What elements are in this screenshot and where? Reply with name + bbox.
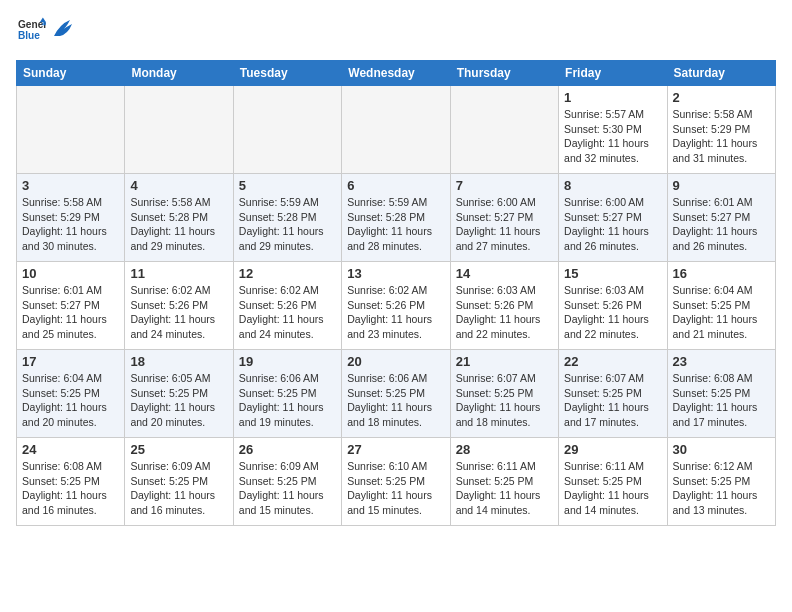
calendar-cell: 19Sunrise: 6:06 AMSunset: 5:25 PMDayligh… bbox=[233, 350, 341, 438]
day-info: Sunrise: 6:00 AMSunset: 5:27 PMDaylight:… bbox=[564, 195, 661, 254]
calendar-week-row: 3Sunrise: 5:58 AMSunset: 5:29 PMDaylight… bbox=[17, 174, 776, 262]
calendar-cell: 9Sunrise: 6:01 AMSunset: 5:27 PMDaylight… bbox=[667, 174, 775, 262]
day-info: Sunrise: 6:08 AMSunset: 5:25 PMDaylight:… bbox=[673, 371, 770, 430]
calendar-cell: 14Sunrise: 6:03 AMSunset: 5:26 PMDayligh… bbox=[450, 262, 558, 350]
day-number: 1 bbox=[564, 90, 661, 105]
calendar-cell: 27Sunrise: 6:10 AMSunset: 5:25 PMDayligh… bbox=[342, 438, 450, 526]
day-info: Sunrise: 6:03 AMSunset: 5:26 PMDaylight:… bbox=[456, 283, 553, 342]
calendar-week-row: 10Sunrise: 6:01 AMSunset: 5:27 PMDayligh… bbox=[17, 262, 776, 350]
day-info: Sunrise: 6:08 AMSunset: 5:25 PMDaylight:… bbox=[22, 459, 119, 518]
logo-bird-icon bbox=[52, 16, 72, 44]
calendar-cell: 6Sunrise: 5:59 AMSunset: 5:28 PMDaylight… bbox=[342, 174, 450, 262]
day-info: Sunrise: 6:12 AMSunset: 5:25 PMDaylight:… bbox=[673, 459, 770, 518]
day-info: Sunrise: 5:58 AMSunset: 5:29 PMDaylight:… bbox=[673, 107, 770, 166]
day-number: 13 bbox=[347, 266, 444, 281]
day-number: 8 bbox=[564, 178, 661, 193]
calendar-cell bbox=[125, 86, 233, 174]
calendar-cell bbox=[342, 86, 450, 174]
calendar-cell: 8Sunrise: 6:00 AMSunset: 5:27 PMDaylight… bbox=[559, 174, 667, 262]
calendar-cell: 4Sunrise: 5:58 AMSunset: 5:28 PMDaylight… bbox=[125, 174, 233, 262]
calendar-cell: 1Sunrise: 5:57 AMSunset: 5:30 PMDaylight… bbox=[559, 86, 667, 174]
day-number: 6 bbox=[347, 178, 444, 193]
day-info: Sunrise: 6:09 AMSunset: 5:25 PMDaylight:… bbox=[130, 459, 227, 518]
calendar-cell bbox=[233, 86, 341, 174]
day-number: 28 bbox=[456, 442, 553, 457]
calendar-week-row: 1Sunrise: 5:57 AMSunset: 5:30 PMDaylight… bbox=[17, 86, 776, 174]
day-info: Sunrise: 5:59 AMSunset: 5:28 PMDaylight:… bbox=[347, 195, 444, 254]
day-number: 26 bbox=[239, 442, 336, 457]
calendar-cell: 2Sunrise: 5:58 AMSunset: 5:29 PMDaylight… bbox=[667, 86, 775, 174]
day-info: Sunrise: 6:06 AMSunset: 5:25 PMDaylight:… bbox=[347, 371, 444, 430]
day-info: Sunrise: 6:09 AMSunset: 5:25 PMDaylight:… bbox=[239, 459, 336, 518]
page: General Blue Sunday Monday bbox=[0, 0, 792, 542]
calendar-cell: 24Sunrise: 6:08 AMSunset: 5:25 PMDayligh… bbox=[17, 438, 125, 526]
col-monday: Monday bbox=[125, 61, 233, 86]
header: General Blue bbox=[16, 16, 776, 48]
calendar-week-row: 24Sunrise: 6:08 AMSunset: 5:25 PMDayligh… bbox=[17, 438, 776, 526]
calendar-cell: 12Sunrise: 6:02 AMSunset: 5:26 PMDayligh… bbox=[233, 262, 341, 350]
calendar-cell: 28Sunrise: 6:11 AMSunset: 5:25 PMDayligh… bbox=[450, 438, 558, 526]
day-info: Sunrise: 6:03 AMSunset: 5:26 PMDaylight:… bbox=[564, 283, 661, 342]
day-number: 4 bbox=[130, 178, 227, 193]
day-number: 16 bbox=[673, 266, 770, 281]
day-number: 11 bbox=[130, 266, 227, 281]
col-thursday: Thursday bbox=[450, 61, 558, 86]
day-info: Sunrise: 5:58 AMSunset: 5:29 PMDaylight:… bbox=[22, 195, 119, 254]
day-number: 12 bbox=[239, 266, 336, 281]
day-info: Sunrise: 6:11 AMSunset: 5:25 PMDaylight:… bbox=[456, 459, 553, 518]
day-number: 21 bbox=[456, 354, 553, 369]
calendar-cell: 10Sunrise: 6:01 AMSunset: 5:27 PMDayligh… bbox=[17, 262, 125, 350]
calendar-cell: 26Sunrise: 6:09 AMSunset: 5:25 PMDayligh… bbox=[233, 438, 341, 526]
day-info: Sunrise: 6:07 AMSunset: 5:25 PMDaylight:… bbox=[456, 371, 553, 430]
logo: General Blue bbox=[16, 16, 72, 48]
col-wednesday: Wednesday bbox=[342, 61, 450, 86]
day-number: 14 bbox=[456, 266, 553, 281]
day-info: Sunrise: 6:01 AMSunset: 5:27 PMDaylight:… bbox=[22, 283, 119, 342]
calendar-cell: 22Sunrise: 6:07 AMSunset: 5:25 PMDayligh… bbox=[559, 350, 667, 438]
day-info: Sunrise: 6:02 AMSunset: 5:26 PMDaylight:… bbox=[130, 283, 227, 342]
calendar-cell: 29Sunrise: 6:11 AMSunset: 5:25 PMDayligh… bbox=[559, 438, 667, 526]
day-number: 5 bbox=[239, 178, 336, 193]
day-number: 9 bbox=[673, 178, 770, 193]
col-tuesday: Tuesday bbox=[233, 61, 341, 86]
calendar-cell bbox=[17, 86, 125, 174]
calendar-week-row: 17Sunrise: 6:04 AMSunset: 5:25 PMDayligh… bbox=[17, 350, 776, 438]
day-number: 30 bbox=[673, 442, 770, 457]
day-number: 7 bbox=[456, 178, 553, 193]
day-number: 18 bbox=[130, 354, 227, 369]
day-number: 19 bbox=[239, 354, 336, 369]
calendar-cell: 3Sunrise: 5:58 AMSunset: 5:29 PMDaylight… bbox=[17, 174, 125, 262]
day-info: Sunrise: 6:04 AMSunset: 5:25 PMDaylight:… bbox=[673, 283, 770, 342]
day-number: 25 bbox=[130, 442, 227, 457]
day-number: 20 bbox=[347, 354, 444, 369]
calendar-cell: 15Sunrise: 6:03 AMSunset: 5:26 PMDayligh… bbox=[559, 262, 667, 350]
day-info: Sunrise: 6:11 AMSunset: 5:25 PMDaylight:… bbox=[564, 459, 661, 518]
calendar-cell: 5Sunrise: 5:59 AMSunset: 5:28 PMDaylight… bbox=[233, 174, 341, 262]
day-info: Sunrise: 5:59 AMSunset: 5:28 PMDaylight:… bbox=[239, 195, 336, 254]
day-info: Sunrise: 6:02 AMSunset: 5:26 PMDaylight:… bbox=[347, 283, 444, 342]
calendar-cell: 13Sunrise: 6:02 AMSunset: 5:26 PMDayligh… bbox=[342, 262, 450, 350]
calendar-cell: 7Sunrise: 6:00 AMSunset: 5:27 PMDaylight… bbox=[450, 174, 558, 262]
day-number: 10 bbox=[22, 266, 119, 281]
day-info: Sunrise: 5:57 AMSunset: 5:30 PMDaylight:… bbox=[564, 107, 661, 166]
day-number: 24 bbox=[22, 442, 119, 457]
calendar: Sunday Monday Tuesday Wednesday Thursday… bbox=[16, 60, 776, 526]
calendar-cell: 20Sunrise: 6:06 AMSunset: 5:25 PMDayligh… bbox=[342, 350, 450, 438]
day-info: Sunrise: 6:02 AMSunset: 5:26 PMDaylight:… bbox=[239, 283, 336, 342]
day-number: 23 bbox=[673, 354, 770, 369]
calendar-cell: 25Sunrise: 6:09 AMSunset: 5:25 PMDayligh… bbox=[125, 438, 233, 526]
calendar-cell: 17Sunrise: 6:04 AMSunset: 5:25 PMDayligh… bbox=[17, 350, 125, 438]
day-info: Sunrise: 6:01 AMSunset: 5:27 PMDaylight:… bbox=[673, 195, 770, 254]
calendar-cell: 21Sunrise: 6:07 AMSunset: 5:25 PMDayligh… bbox=[450, 350, 558, 438]
col-sunday: Sunday bbox=[17, 61, 125, 86]
day-number: 3 bbox=[22, 178, 119, 193]
day-number: 2 bbox=[673, 90, 770, 105]
day-info: Sunrise: 6:05 AMSunset: 5:25 PMDaylight:… bbox=[130, 371, 227, 430]
svg-text:Blue: Blue bbox=[18, 30, 40, 41]
calendar-header-row: Sunday Monday Tuesday Wednesday Thursday… bbox=[17, 61, 776, 86]
col-friday: Friday bbox=[559, 61, 667, 86]
day-number: 17 bbox=[22, 354, 119, 369]
day-number: 15 bbox=[564, 266, 661, 281]
col-saturday: Saturday bbox=[667, 61, 775, 86]
day-info: Sunrise: 6:04 AMSunset: 5:25 PMDaylight:… bbox=[22, 371, 119, 430]
